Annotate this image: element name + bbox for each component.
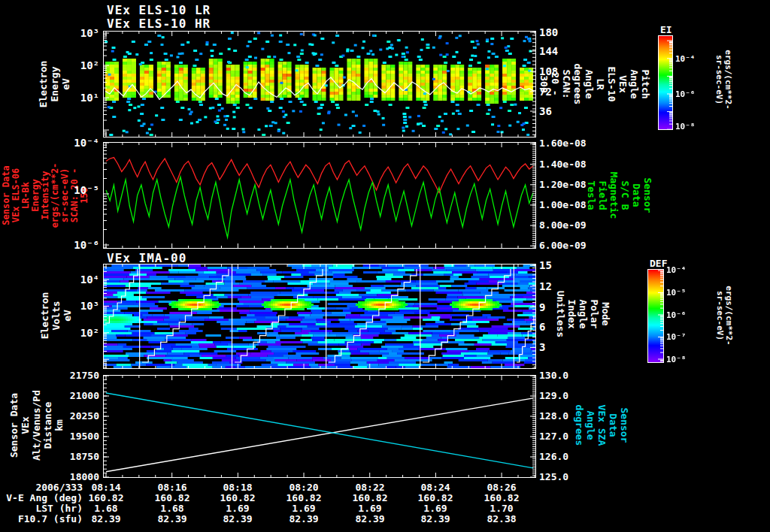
- colorbar-tick: 10⁻⁸: [666, 355, 687, 364]
- panel1-right-tick: 72: [539, 86, 607, 98]
- footer-row-label-veang: V-E Ang (deg): [0, 493, 83, 503]
- panel3-right-tick: 9: [539, 301, 607, 313]
- footer-time-tick: 08:22: [342, 482, 398, 493]
- panel2-right-tick: 1.60e-08: [539, 138, 607, 150]
- panel1-title-hr: VEx ELS-10 HR: [107, 17, 211, 31]
- footer-time-tick: 08:20: [276, 482, 332, 493]
- panel3-right-tick: 3: [539, 341, 607, 353]
- panel3-right-tick: 12: [539, 280, 607, 292]
- footer-value: 82.39: [210, 514, 265, 524]
- panel4-right-tick: 128.0: [539, 410, 607, 422]
- els-spectrogram-canvas: [103, 31, 536, 138]
- footer-value: 1.68: [144, 503, 200, 514]
- panel1-right-tick: 36: [539, 105, 607, 117]
- footer-value: 1.69: [276, 503, 332, 514]
- panel3-right-tick: 6: [539, 321, 607, 333]
- panel2-right-tick: 8.00e-09: [539, 219, 607, 231]
- panel1-right-tick: 108: [539, 65, 607, 77]
- colorbar-tick: 10⁻⁴: [675, 54, 696, 64]
- panel4-left-tick: 21750: [45, 370, 99, 382]
- science-plot-screen: VEx ELS-10 LR VEx ELS-10 HR VEx IMA-00 E…: [0, 0, 770, 532]
- panel2-right-tick: 1.00e-08: [539, 199, 607, 211]
- panel4-left-tick: 21000: [45, 390, 99, 402]
- colorbar-tick: 10⁻⁶: [675, 89, 696, 99]
- ima-spectrogram-canvas: [103, 264, 536, 369]
- panel4-right-tick: 129.0: [539, 390, 607, 402]
- colorbar-tick: 10⁻⁴: [666, 265, 687, 275]
- colorbar-tick: 10⁻⁶: [666, 310, 687, 320]
- footer-value: 160.82: [474, 493, 529, 503]
- footer-value: 160.82: [78, 493, 134, 503]
- altitude-sza-canvas: [103, 375, 536, 478]
- colorbar1-gradient: [658, 35, 673, 130]
- footer-value: 82.39: [144, 514, 200, 524]
- footer-time-tick: 08:14: [78, 482, 134, 493]
- footer-time-tick: 08:24: [408, 482, 463, 493]
- footer-value: 1.70: [474, 503, 529, 514]
- footer-value: 1.69: [342, 503, 398, 514]
- footer-value: 160.82: [276, 493, 332, 503]
- panel4-right-tick: 125.0: [539, 471, 607, 483]
- colorbar-tick: 10⁻⁸: [675, 122, 696, 131]
- panel1-left-tick: 10³: [45, 27, 99, 39]
- colorbar1-title: EI: [660, 24, 672, 35]
- colorbar2-title: DEF: [650, 258, 667, 269]
- panel4-left-tick: 19500: [45, 431, 99, 443]
- panel4-right-tick: 130.0: [539, 370, 607, 382]
- panel3-left-tick: 10³: [45, 300, 99, 312]
- footer-value: 1.69: [210, 503, 265, 514]
- footer-value: 1.69: [408, 503, 463, 514]
- footer-value: 160.82: [408, 493, 463, 503]
- footer-value: 82.39: [342, 514, 398, 524]
- panel1-right-tick: 144: [539, 45, 607, 57]
- panel4-right-tick: 126.0: [539, 451, 607, 463]
- footer-time-tick: 08:26: [474, 482, 529, 493]
- footer-value: 82.39: [276, 514, 332, 524]
- panel4-right-tick: 127.0: [539, 431, 607, 443]
- footer-date-label: 2006/333: [0, 482, 83, 493]
- panel2-left-tick: 10⁻⁶: [45, 239, 99, 251]
- panel2-left-tick: 10⁻⁴: [45, 137, 99, 149]
- colorbar-tick: 10⁻⁷: [666, 332, 687, 342]
- colorbar-tick: 10⁻⁵: [666, 288, 687, 298]
- panel1-left-tick: 10¹: [45, 92, 99, 104]
- panel2-right-tick: 1.40e-08: [539, 159, 607, 171]
- footer-value: 82.38: [474, 514, 529, 524]
- panel1-left-tick: 10²: [45, 59, 99, 71]
- panel1-right-tick: 180: [539, 26, 607, 38]
- footer-row-label-f107: F10.7 (sfu): [0, 514, 83, 524]
- panel2-right-tick: 1.20e-08: [539, 179, 607, 191]
- footer-time-tick: 08:18: [210, 482, 265, 493]
- panel2-right-tick: 6.00e-09: [539, 240, 607, 252]
- footer-value: 160.82: [210, 493, 265, 503]
- footer-value: 1.68: [78, 503, 134, 514]
- footer-value: 160.82: [342, 493, 398, 503]
- panel4-left-tick: 18750: [45, 451, 99, 463]
- intensity-bfield-canvas: [103, 142, 536, 249]
- footer-value: 160.82: [144, 493, 200, 503]
- panel3-left-tick: 10⁴: [45, 274, 99, 286]
- colorbar2-gradient: [647, 269, 664, 363]
- footer-row-label-lst: LST (hr): [0, 503, 83, 514]
- footer-time-tick: 08:16: [144, 482, 200, 493]
- panel3-right-tick: 15: [539, 259, 607, 271]
- panel2-left-tick: 10⁻⁵: [45, 184, 99, 196]
- footer-value: 82.39: [408, 514, 463, 524]
- panel3-left-tick: 10²: [45, 327, 99, 339]
- footer-value: 82.39: [78, 514, 134, 524]
- panel1-title-lr: VEx ELS-10 LR: [107, 3, 211, 17]
- panel4-left-tick: 20250: [45, 410, 99, 422]
